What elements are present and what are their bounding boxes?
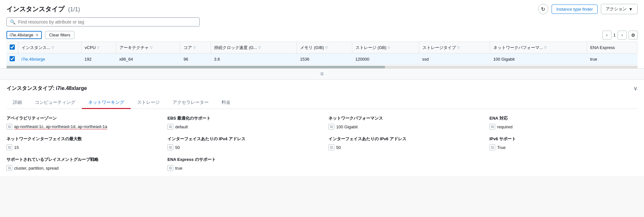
tab-computing[interactable]: コンピューティング <box>28 97 82 109</box>
action-arrow-icon: ▼ <box>629 7 633 12</box>
row-checkbox[interactable] <box>10 56 15 61</box>
sort-icon-storage-type[interactable]: ▽ <box>457 46 460 49</box>
instance-type-link[interactable]: i7ie.48xlarge <box>22 57 45 62</box>
instance-table: インスタンス...▽ vCPU▽ アーキテクチャ▽ コア▽ 持続クロック速度 (… <box>6 42 638 65</box>
field-ipv4-label: インターフェイスあたりの IPv4 アドレス <box>167 136 316 142</box>
placement-text: cluster, partition, spread <box>14 166 59 171</box>
field-ena-support: ENA 対応 ⧉ required <box>489 115 638 130</box>
networking-grid: アベイラビリティーゾーン ⧉ ap-northeast-1c, ap-north… <box>6 115 638 171</box>
detail-title: インスタンスタイプ: i7ie.48xlarge <box>6 85 87 92</box>
grid-empty-2 <box>489 157 638 171</box>
field-ipv6-support-value: ⧉ True <box>489 144 638 150</box>
filter-tag-close-button[interactable]: ✕ <box>35 33 39 37</box>
clear-filters-button[interactable]: Clear filters <box>45 31 75 39</box>
search-bar: 🔍 <box>6 17 200 26</box>
field-ipv6-per-interface: インターフェイスあたりの IPv6 アドレス ⧉ 50 <box>328 136 477 150</box>
copy-placement-icon[interactable]: ⧉ <box>6 165 12 171</box>
select-all-checkbox[interactable] <box>10 44 15 50</box>
pagination-prev-button[interactable]: ‹ <box>602 31 611 40</box>
field-placement-label: サポートされているプレイスメントグループ戦略 <box>6 157 155 163</box>
field-ebs-label: EBS 最適化のサポート <box>167 115 316 121</box>
th-instance-type-label: インスタンス... <box>22 45 50 51</box>
field-availability-zone: アベイラビリティーゾーン ⧉ ap-northeast-1c, ap-north… <box>6 115 155 130</box>
scrollbar-thumb[interactable] <box>6 66 385 68</box>
sort-icon-network[interactable]: ▽ <box>544 46 547 49</box>
field-availability-zone-label: アベイラビリティーゾーン <box>6 115 155 121</box>
ena-express-text: true <box>175 166 182 171</box>
copy-availability-zone-icon[interactable]: ⧉ <box>6 124 12 130</box>
field-network-perf-value: ⧉ 100 Gigabit <box>328 124 477 130</box>
action-label: アクション <box>606 6 627 12</box>
td-core: 96 <box>180 54 211 65</box>
page-count: (1/1) <box>68 6 80 13</box>
th-network: ネットワークパフォーマ...▽ <box>490 42 587 54</box>
sort-icon-architecture[interactable]: ▽ <box>150 46 153 49</box>
search-input[interactable] <box>18 19 196 25</box>
copy-max-interfaces-icon[interactable]: ⧉ <box>6 144 12 150</box>
field-max-interfaces: ネットワークインターフェイスの最大数 ⧉ 15 <box>6 136 155 150</box>
ena-support-text: required <box>497 124 513 129</box>
search-area: 🔍 <box>6 17 638 26</box>
copy-ebs-icon[interactable]: ⧉ <box>167 124 173 130</box>
td-ena: true <box>587 54 637 65</box>
tab-details[interactable]: 詳細 <box>6 97 28 109</box>
th-architecture-label: アーキテクチャ <box>119 45 149 51</box>
th-architecture: アーキテクチャ▽ <box>116 42 180 54</box>
field-ebs-optimized: EBS 最適化のサポート ⧉ default <box>167 115 316 130</box>
collapse-button[interactable]: ∨ <box>633 85 638 92</box>
panel-divider[interactable]: ≡ <box>0 69 644 80</box>
copy-ipv4-icon[interactable]: ⧉ <box>167 144 173 150</box>
tab-pricing[interactable]: 料金 <box>215 97 237 109</box>
td-instance-type: i7ie.48xlarge <box>18 54 81 65</box>
sort-icon-vcpu[interactable]: ▽ <box>97 46 99 49</box>
instance-type-finder-button[interactable]: Instance type finder <box>552 5 598 14</box>
tab-networking[interactable]: ネットワーキング <box>82 97 131 109</box>
th-storage-gb-label: ストレージ (GB) <box>355 45 386 51</box>
td-clock-speed: 3.6 <box>211 54 297 65</box>
filter-pagination-row: i7ie.48xlarge ✕ Clear filters ‹ 1 › ⚙ <box>6 28 638 42</box>
field-max-interfaces-label: ネットワークインターフェイスの最大数 <box>6 136 155 142</box>
detail-tabs: 詳細 コンピューティング ネットワーキング ストレージ アクセラレーター 料金 <box>6 97 638 109</box>
tab-accelerator[interactable]: アクセラレーター <box>166 97 215 109</box>
network-perf-text: 100 Gigabit <box>336 124 358 129</box>
sort-icon-storage-gb[interactable]: ▽ <box>388 46 390 49</box>
horizontal-scrollbar[interactable] <box>6 66 638 68</box>
field-ipv4-value: ⧉ 50 <box>167 144 316 150</box>
grid-empty-1 <box>328 157 477 171</box>
tab-storage[interactable]: ストレージ <box>131 97 166 109</box>
filter-tag: i7ie.48xlarge ✕ <box>6 31 42 39</box>
copy-ena-express-icon[interactable]: ⧉ <box>167 165 173 171</box>
td-architecture: x86_64 <box>116 54 180 65</box>
th-vcpu: vCPU▽ <box>81 42 116 54</box>
availability-zone-text: ap-northeast-1c, ap-northeast-1d, ap-nor… <box>14 124 107 129</box>
detail-header: インスタンスタイプ: i7ie.48xlarge ∨ <box>6 85 638 92</box>
th-core: コア▽ <box>180 42 211 54</box>
copy-network-perf-icon[interactable]: ⧉ <box>328 124 334 130</box>
th-vcpu-label: vCPU <box>85 45 96 50</box>
sort-icon-core[interactable]: ▽ <box>193 46 196 49</box>
action-button[interactable]: アクション ▼ <box>601 4 638 14</box>
field-ipv6-support: IPv6 サポート ⧉ True <box>489 136 638 150</box>
sort-icon-memory[interactable]: ▽ <box>325 46 328 49</box>
sort-icon-clock[interactable]: ▽ <box>258 46 261 49</box>
table-settings-button[interactable]: ⚙ <box>629 31 638 40</box>
copy-ipv6-icon[interactable]: ⧉ <box>328 144 334 150</box>
th-checkbox <box>6 42 18 54</box>
field-placement-group: サポートされているプレイスメントグループ戦略 ⧉ cluster, partit… <box>6 157 155 171</box>
th-memory-label: メモリ (GIB) <box>300 45 324 51</box>
sort-icon-instance[interactable]: ▽ <box>52 46 54 49</box>
page-title: インスタンスタイプ (1/1) <box>6 5 80 14</box>
refresh-button[interactable]: ↻ <box>538 4 548 14</box>
th-memory: メモリ (GIB)▽ <box>297 42 352 54</box>
pagination-next-button[interactable]: › <box>618 31 627 40</box>
filter-tag-value: i7ie.48xlarge <box>10 33 33 37</box>
pagination-row: ‹ 1 › ⚙ <box>602 29 638 42</box>
header-actions: ↻ Instance type finder アクション ▼ <box>538 4 638 14</box>
table-row[interactable]: i7ie.48xlarge 192 x86_64 96 3.6 1536 120… <box>6 54 638 65</box>
search-icon: 🔍 <box>10 19 15 25</box>
copy-ena-support-icon[interactable]: ⧉ <box>489 124 495 130</box>
td-memory: 1536 <box>297 54 352 65</box>
th-storage-type: ストレージタイプ▽ <box>419 42 490 54</box>
copy-ipv6-support-icon[interactable]: ⧉ <box>489 144 495 150</box>
td-storage-type: ssd <box>419 54 490 65</box>
